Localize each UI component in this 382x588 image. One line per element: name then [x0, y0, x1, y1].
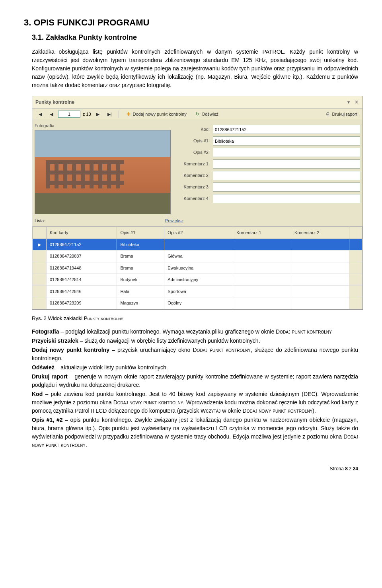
nav-last-button[interactable]: ▶|	[105, 111, 115, 118]
description-block: Fotografia – podgląd lokalizacji punktu …	[32, 328, 358, 449]
cell-opis2	[164, 239, 233, 250]
printer-icon: 🖨	[325, 111, 330, 117]
cell-opis2: Ewakuacyjna	[164, 262, 233, 274]
cell-opis2: Administracyjny	[164, 274, 233, 286]
opis2-label: Opis #2:	[174, 149, 210, 156]
row-handle: ▶	[33, 239, 47, 250]
cell-k2	[291, 274, 349, 286]
komentarz3-input[interactable]	[213, 182, 360, 192]
cell-k1	[233, 250, 291, 262]
nav-next-button[interactable]: ▶	[94, 111, 102, 118]
section-heading: 3. OPIS FUNKCJI PROGRAMU	[24, 16, 358, 29]
cell-opis2: Główna	[164, 250, 233, 262]
figure-caption: Rys. 2 Widok zakładki Punkty kontrolne	[32, 314, 358, 322]
cell-k2	[291, 239, 349, 250]
opis2-input[interactable]	[213, 148, 360, 157]
photo-label: Fotografia	[35, 122, 171, 129]
plus-icon: ✚	[126, 111, 131, 117]
table-row[interactable]: ▶0128864721152Biblioteka	[33, 239, 363, 250]
komentarz4-label: Komentarz 4:	[174, 195, 210, 202]
komentarz4-input[interactable]	[213, 194, 360, 203]
opis1-label: Opis #1:	[174, 138, 210, 144]
komentarz1-label: Komentarz 1:	[174, 161, 210, 167]
cell-scroll	[349, 250, 363, 262]
col-kod[interactable]: Kod karty	[47, 227, 117, 239]
cell-k2	[291, 250, 349, 262]
window-title: Punkty kontrolne	[35, 99, 74, 106]
cell-k2	[291, 262, 349, 274]
cell-k1	[233, 274, 291, 286]
cell-kod: 0128864721152	[47, 239, 117, 250]
zoom-link[interactable]: Powiększ	[165, 218, 183, 223]
kod-input[interactable]	[213, 125, 360, 134]
komentarz2-label: Komentarz 2:	[174, 172, 210, 179]
cell-opis1: Hala	[117, 285, 164, 297]
cell-k1	[233, 262, 291, 274]
nav-prev-button[interactable]: ◀	[47, 111, 56, 118]
row-handle	[33, 262, 47, 274]
cell-opis1: Brama	[117, 250, 164, 262]
table-header-row: Kod karty Opis #1 Opis #2 Komentarz 1 Ko…	[33, 227, 363, 239]
cell-kod: 0128864742846	[47, 285, 117, 297]
komentarz2-input[interactable]	[213, 171, 360, 180]
table-row[interactable]: 0128864723209MagazynOgólny	[33, 297, 363, 309]
toolbar: |◀ ◀ z 10 ▶ ▶| ✚ Dodaj nowy punkt kontro…	[32, 109, 363, 120]
detail-area: Fotografia Kod: Opis #1: Opis #2: Koment…	[32, 120, 363, 217]
page-total-label: z 10	[83, 111, 91, 118]
print-report-label: Drukuj raport	[332, 112, 357, 116]
points-table: Kod karty Opis #1 Opis #2 Komentarz 1 Ko…	[32, 227, 363, 309]
cell-k2	[291, 285, 349, 297]
toolbar-divider	[119, 111, 119, 118]
row-handle	[33, 297, 47, 309]
komentarz1-input[interactable]	[213, 159, 360, 169]
col-opis2[interactable]: Opis #2	[164, 227, 233, 239]
table-row[interactable]: 0128864720837BramaGłówna	[33, 250, 363, 262]
col-scroll[interactable]	[349, 227, 363, 239]
col-komentarz2[interactable]: Komentarz 2	[291, 227, 349, 239]
refresh-label: Odśwież	[202, 112, 218, 116]
cell-kod: 0128864719448	[47, 262, 117, 274]
add-point-label: Dodaj nowy punkt kontrolny	[133, 112, 187, 116]
col-handle	[33, 227, 47, 239]
cell-kod: 0128864742814	[47, 274, 117, 286]
row-handle	[33, 250, 47, 262]
kod-label: Kod:	[174, 126, 210, 133]
add-point-button[interactable]: ✚ Dodaj nowy punkt kontrolny	[123, 110, 189, 118]
cell-k1	[233, 285, 291, 297]
komentarz3-label: Komentarz 3:	[174, 184, 210, 190]
nav-first-button[interactable]: |◀	[35, 111, 45, 118]
opis1-input[interactable]	[213, 136, 360, 146]
intro-paragraph: Zakładka obsługująca listę punktów kontr…	[32, 48, 358, 89]
fields-panel: Kod: Opis #1: Opis #2: Komentarz 1: Kome…	[174, 122, 360, 203]
page-number-input[interactable]	[58, 111, 80, 118]
cell-k1	[233, 297, 291, 309]
cell-scroll	[349, 285, 363, 297]
row-handle	[33, 274, 47, 286]
subsection-heading: 3.1. Zakładka Punkty kontrolne	[32, 32, 358, 43]
table-row[interactable]: 0128864719448BramaEwakuacyjna	[33, 262, 363, 274]
photo-preview	[35, 130, 171, 214]
col-komentarz1[interactable]: Komentarz 1	[233, 227, 291, 239]
lista-label: Lista:	[35, 217, 45, 224]
cell-scroll	[349, 262, 363, 274]
cell-opis1: Biblioteka	[117, 239, 164, 250]
page-footer: Strona 8 z 24	[24, 465, 358, 472]
app-window: Punkty kontrolne ▾ ✕ |◀ ◀ z 10 ▶ ▶| ✚ Do…	[32, 96, 363, 310]
cell-scroll	[349, 297, 363, 309]
cell-opis1: Brama	[117, 262, 164, 274]
cell-opis2: Ogólny	[164, 297, 233, 309]
close-icon[interactable]: ✕	[354, 99, 359, 105]
print-report-button[interactable]: 🖨 Drukuj raport	[322, 110, 360, 118]
minimize-icon[interactable]: ▾	[346, 99, 351, 105]
cell-scroll	[349, 239, 363, 250]
cell-scroll	[349, 274, 363, 286]
refresh-button[interactable]: ↻ Odśwież	[192, 110, 221, 118]
cell-opis2: Sportowa	[164, 285, 233, 297]
cell-opis1: Magazyn	[117, 297, 164, 309]
cell-kod: 0128864723209	[47, 297, 117, 309]
col-opis1[interactable]: Opis #1	[117, 227, 164, 239]
table-row[interactable]: 0128864742814BudynekAdministracyjny	[33, 274, 363, 286]
refresh-icon: ↻	[195, 111, 200, 117]
table-row[interactable]: 0128864742846HalaSportowa	[33, 285, 363, 297]
cell-k1	[233, 239, 291, 250]
